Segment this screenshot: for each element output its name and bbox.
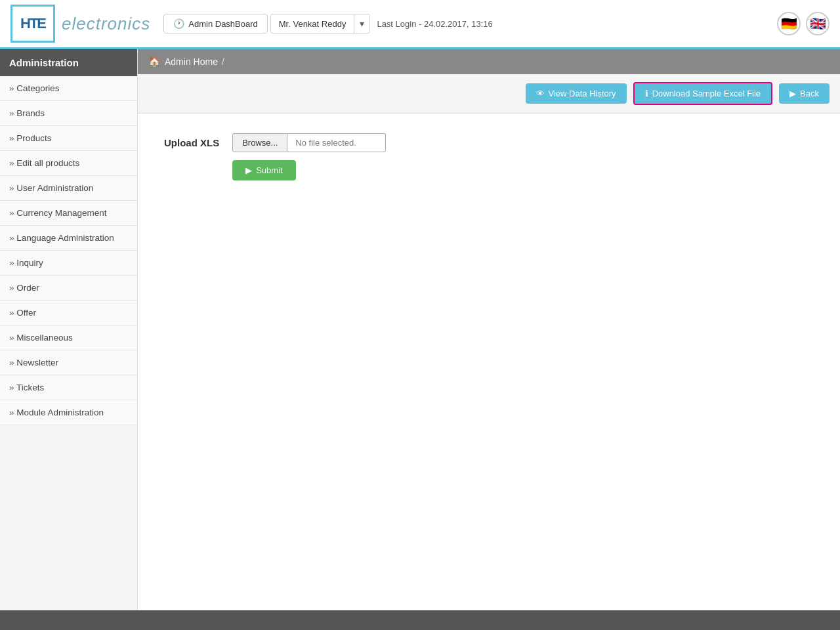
- user-section: Mr. Venkat Reddy ▾: [270, 14, 371, 33]
- sidebar-item-tickets[interactable]: Tickets: [0, 375, 137, 400]
- upload-controls: Browse... No file selected. ▶ Submit: [232, 133, 386, 180]
- flag-de[interactable]: 🇩🇪: [777, 12, 801, 35]
- nav-bar: 🕐 Admin DashBoard Mr. Venkat Reddy ▾ Las…: [163, 12, 830, 35]
- sidebar-item-language-admin[interactable]: Language Administration: [0, 226, 137, 251]
- clock-icon: 🕐: [173, 18, 184, 29]
- back-label: Back: [800, 89, 819, 98]
- main-layout: Administration Categories Brands Product…: [0, 49, 840, 610]
- arrow-right-icon: ▶: [789, 89, 796, 98]
- user-dropdown-arrow[interactable]: ▾: [354, 14, 369, 33]
- file-input-row: Browse... No file selected.: [232, 133, 386, 152]
- sidebar: Administration Categories Brands Product…: [0, 49, 138, 610]
- sidebar-item-module-admin[interactable]: Module Administration: [0, 400, 137, 425]
- submit-label: Submit: [256, 165, 282, 175]
- sidebar-item-newsletter[interactable]: Newsletter: [0, 350, 137, 375]
- content-area: 🏠 Admin Home / 👁 View Data History ℹ Dow…: [138, 49, 840, 610]
- sidebar-item-categories[interactable]: Categories: [0, 76, 137, 101]
- top-header: HTE electronics 🕐 Admin DashBoard Mr. Ve…: [0, 0, 840, 49]
- back-button[interactable]: ▶ Back: [779, 83, 830, 104]
- language-flags: 🇩🇪 🇬🇧: [777, 12, 830, 35]
- flag-gb[interactable]: 🇬🇧: [806, 12, 830, 35]
- upload-label: Upload XLS: [164, 133, 219, 148]
- dashboard-button[interactable]: 🕐 Admin DashBoard: [163, 14, 268, 33]
- sidebar-item-user-admin[interactable]: User Administration: [0, 176, 137, 201]
- file-name-display: No file selected.: [287, 133, 386, 152]
- sidebar-item-order[interactable]: Order: [0, 276, 137, 301]
- logo-icon: HTE: [10, 5, 55, 43]
- submit-arrow-icon: ▶: [245, 165, 252, 175]
- sidebar-item-offer[interactable]: Offer: [0, 301, 137, 326]
- sidebar-item-currency[interactable]: Currency Management: [0, 201, 137, 226]
- logo-box: HTE electronics: [10, 5, 150, 43]
- home-icon: 🏠: [148, 56, 161, 68]
- browse-button[interactable]: Browse...: [232, 133, 287, 152]
- sidebar-item-products[interactable]: Products: [0, 126, 137, 151]
- upload-section: Upload XLS Browse... No file selected. ▶…: [138, 114, 840, 200]
- sidebar-item-edit-products[interactable]: Edit all products: [0, 151, 137, 176]
- download-sample-button[interactable]: ℹ Download Sample Excel File: [633, 82, 772, 105]
- action-bar: 👁 View Data History ℹ Download Sample Ex…: [138, 74, 840, 114]
- info-icon: ℹ: [645, 89, 648, 98]
- user-name: Mr. Venkat Reddy: [271, 15, 355, 33]
- view-history-button[interactable]: 👁 View Data History: [526, 83, 627, 104]
- view-history-label: View Data History: [549, 89, 616, 98]
- sidebar-heading: Administration: [0, 49, 137, 76]
- breadcrumb: 🏠 Admin Home /: [138, 49, 840, 74]
- sidebar-item-inquiry[interactable]: Inquiry: [0, 251, 137, 276]
- eye-icon: 👁: [536, 89, 545, 98]
- breadcrumb-home-label: Admin Home: [165, 56, 218, 67]
- download-label: Download Sample Excel File: [652, 89, 761, 98]
- sidebar-item-brands[interactable]: Brands: [0, 101, 137, 126]
- sidebar-item-miscellaneous[interactable]: Miscellaneous: [0, 326, 137, 350]
- breadcrumb-separator: /: [222, 56, 224, 67]
- dashboard-label: Admin DashBoard: [188, 19, 258, 29]
- last-login: Last Login - 24.02.2017, 13:16: [377, 19, 492, 29]
- brand-name: electronics: [62, 14, 150, 34]
- submit-button[interactable]: ▶ Submit: [232, 160, 295, 180]
